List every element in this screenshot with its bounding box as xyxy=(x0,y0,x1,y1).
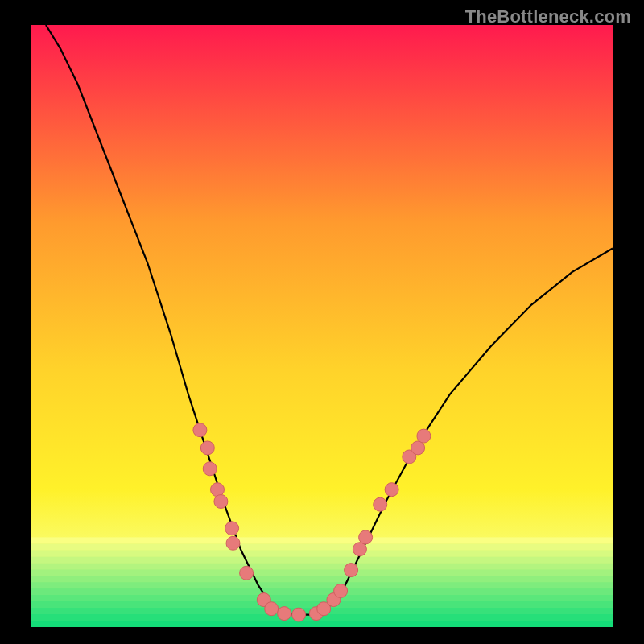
data-dot xyxy=(240,566,254,580)
data-dot xyxy=(265,602,279,616)
data-dot xyxy=(200,441,214,455)
gradient-band xyxy=(31,543,613,550)
data-dot xyxy=(214,495,228,509)
data-dot xyxy=(417,429,431,443)
data-dot xyxy=(226,536,240,550)
gradient-band xyxy=(31,563,613,569)
data-dot xyxy=(374,497,387,511)
data-dot xyxy=(278,607,291,621)
data-dot xyxy=(225,522,239,535)
data-dot xyxy=(292,608,306,621)
data-dot xyxy=(359,530,373,544)
chart-frame: { "watermark": "TheBottleneck.com", "col… xyxy=(0,0,644,644)
watermark-text: TheBottleneck.com xyxy=(465,6,631,27)
gradient-band xyxy=(31,588,613,595)
data-dot xyxy=(193,423,207,437)
gradient-band xyxy=(31,576,613,582)
gradient-band xyxy=(31,569,613,576)
gradient-band xyxy=(31,556,613,563)
gradient-band xyxy=(31,621,613,627)
gradient-band xyxy=(31,582,613,588)
data-dot xyxy=(345,564,358,577)
data-dot xyxy=(385,483,398,497)
gradient-band xyxy=(31,550,613,556)
data-dot xyxy=(334,584,348,598)
bottleneck-chart xyxy=(0,0,644,644)
plot-background xyxy=(31,25,613,621)
gradient-band xyxy=(31,595,613,601)
gradient-band xyxy=(31,537,613,543)
data-dot xyxy=(203,462,217,476)
